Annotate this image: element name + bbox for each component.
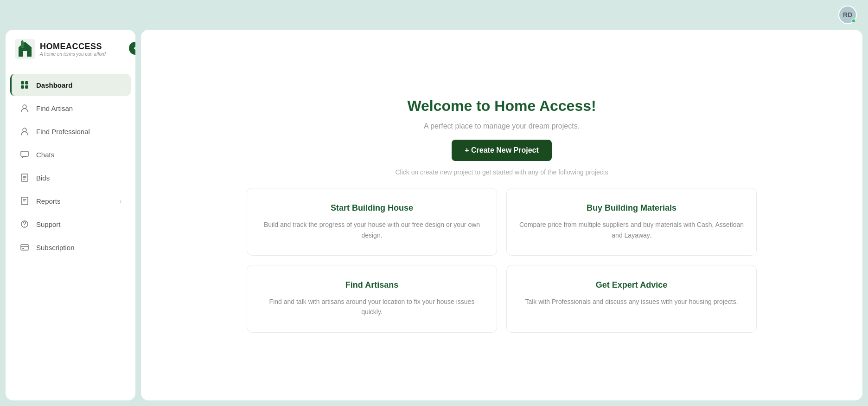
svg-rect-22 bbox=[22, 248, 24, 249]
card-desc-expert-advice: Talk with Professionals and discuss any … bbox=[525, 296, 738, 307]
card-desc-find-artisans: Find and talk with artisans around your … bbox=[258, 296, 485, 317]
main-layout: HOMEACCESS A home on terms you can affor… bbox=[0, 30, 868, 406]
svg-rect-6 bbox=[21, 85, 24, 89]
card-desc-build-house: Build and track the progress of your hou… bbox=[258, 219, 485, 240]
reports-chevron-icon: › bbox=[120, 198, 121, 205]
svg-point-9 bbox=[23, 128, 26, 132]
sidebar-item-label-support: Support bbox=[36, 220, 61, 228]
project-card-find-artisans[interactable]: Find Artisans Find and talk with artisan… bbox=[247, 265, 497, 333]
create-new-project-button[interactable]: + Create New Project bbox=[452, 140, 552, 161]
sidebar-item-label-find-artisan: Find Artisan bbox=[36, 104, 73, 112]
sidebar-item-label-find-professional: Find Professional bbox=[36, 128, 90, 135]
sidebar-item-bids[interactable]: Bids bbox=[10, 167, 131, 189]
app-brand: HOMEACCESS bbox=[40, 42, 106, 52]
project-card-buy-materials[interactable]: Buy Building Materials Compare price fro… bbox=[506, 188, 757, 256]
svg-rect-4 bbox=[21, 81, 24, 84]
svg-point-8 bbox=[23, 105, 26, 109]
top-bar: RD bbox=[0, 0, 868, 30]
sidebar-item-label-bids: Bids bbox=[36, 174, 50, 182]
welcome-subtitle: A perfect place to manage your dream pro… bbox=[424, 122, 580, 130]
user-avatar-wrapper[interactable]: RD bbox=[838, 6, 857, 24]
svg-rect-10 bbox=[21, 151, 28, 156]
subscription-icon bbox=[19, 242, 30, 252]
sidebar-item-chats[interactable]: Chats bbox=[10, 143, 131, 166]
dashboard-icon bbox=[19, 80, 30, 90]
sidebar-item-subscription[interactable]: Subscription bbox=[10, 236, 131, 258]
svg-rect-5 bbox=[25, 81, 28, 84]
sidebar-item-label-subscription: Subscription bbox=[36, 244, 75, 251]
svg-rect-2 bbox=[21, 42, 24, 48]
svg-rect-20 bbox=[21, 245, 28, 250]
support-icon bbox=[19, 219, 30, 229]
sidebar-item-find-artisan[interactable]: Find Artisan bbox=[10, 97, 131, 119]
sidebar-item-support[interactable]: Support bbox=[10, 213, 131, 235]
svg-rect-7 bbox=[25, 85, 28, 89]
reports-icon bbox=[19, 196, 30, 206]
sidebar: HOMEACCESS A home on terms you can affor… bbox=[6, 30, 135, 400]
sidebar-item-label-chats: Chats bbox=[36, 151, 54, 159]
sidebar-item-reports[interactable]: Reports › bbox=[10, 190, 131, 212]
chats-icon bbox=[19, 149, 30, 160]
find-artisan-icon bbox=[19, 103, 30, 113]
welcome-title: Welcome to Home Access! bbox=[407, 97, 596, 115]
dashboard-main: Welcome to Home Access! A perfect place … bbox=[141, 30, 862, 400]
card-desc-buy-materials: Compare price from multiple suppliers an… bbox=[518, 219, 745, 240]
sidebar-item-label-dashboard: Dashboard bbox=[36, 81, 72, 89]
card-title-expert-advice: Get Expert Advice bbox=[596, 280, 667, 290]
logo-text-block: HOMEACCESS A home on terms you can affor… bbox=[40, 42, 106, 57]
card-title-find-artisans: Find Artisans bbox=[345, 280, 398, 290]
sidebar-logo: HOMEACCESS A home on terms you can affor… bbox=[6, 30, 135, 67]
sidebar-item-label-reports: Reports bbox=[36, 197, 61, 205]
sidebar-nav: Dashboard Find Artisan bbox=[6, 67, 135, 400]
card-title-build-house: Start Building House bbox=[331, 203, 413, 213]
project-card-build-house[interactable]: Start Building House Build and track the… bbox=[247, 188, 497, 256]
logo-icon bbox=[15, 39, 35, 59]
svg-point-19 bbox=[24, 226, 25, 227]
sidebar-item-find-professional[interactable]: Find Professional bbox=[10, 120, 131, 142]
content-card: Welcome to Home Access! A perfect place … bbox=[141, 30, 862, 400]
create-hint-text: Click on create new project to get start… bbox=[395, 168, 608, 176]
sidebar-item-dashboard[interactable]: Dashboard bbox=[10, 74, 131, 96]
online-status-dot bbox=[851, 19, 856, 23]
content-area: Welcome to Home Access! A perfect place … bbox=[141, 30, 862, 400]
find-professional-icon bbox=[19, 126, 30, 136]
bids-icon bbox=[19, 173, 30, 183]
card-title-buy-materials: Buy Building Materials bbox=[587, 203, 677, 213]
app-tagline: A home on terms you can afford bbox=[40, 52, 106, 57]
project-cards-grid: Start Building House Build and track the… bbox=[247, 188, 757, 333]
project-card-expert-advice[interactable]: Get Expert Advice Talk with Professional… bbox=[506, 265, 757, 333]
